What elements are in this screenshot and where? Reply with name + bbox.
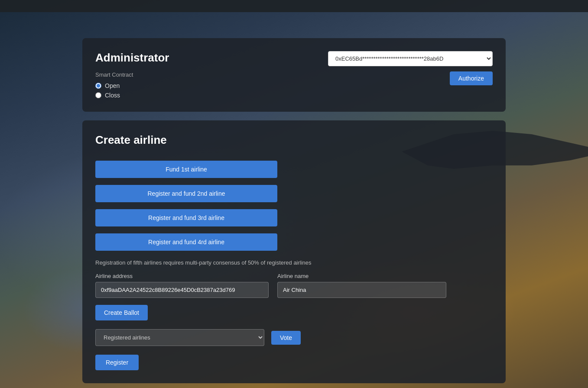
- admin-card: Administrator Smart Contract Open Closs …: [82, 38, 506, 112]
- create-ballot-button[interactable]: Create Ballot: [95, 305, 148, 320]
- name-label: Airline name: [277, 273, 446, 279]
- create-ballot-row: Create Ballot: [95, 305, 493, 320]
- authorize-button[interactable]: Authorize: [450, 71, 493, 85]
- airline-card: Create airline Fund 1st airline Register…: [82, 120, 506, 383]
- registered-airlines-select[interactable]: Registered airlines: [95, 329, 264, 346]
- admin-left: Administrator Smart Contract Open Closs: [95, 51, 169, 99]
- fund-3rd-button[interactable]: Register and fund 3rd airline: [95, 209, 277, 226]
- fund-1st-button[interactable]: Fund 1st airline: [95, 161, 277, 178]
- form-row: Airline address Airline name: [95, 273, 493, 298]
- radio-open[interactable]: Open: [95, 82, 169, 89]
- name-group: Airline name: [277, 273, 446, 298]
- admin-title: Administrator: [95, 51, 169, 65]
- address-group: Airline address: [95, 273, 269, 298]
- radio-open-input[interactable]: [95, 83, 101, 89]
- register-button[interactable]: Register: [95, 355, 139, 370]
- radio-close-label: Closs: [105, 92, 120, 99]
- bottom-row: Registered airlines Vote: [95, 329, 493, 346]
- radio-close[interactable]: Closs: [95, 92, 169, 99]
- main-content: Administrator Smart Contract Open Closs …: [0, 12, 588, 388]
- fund-2nd-button[interactable]: Register and fund 2nd airline: [95, 185, 277, 202]
- radio-open-label: Open: [105, 82, 120, 89]
- smart-contract-label: Smart Contract: [95, 71, 169, 78]
- admin-header: Administrator Smart Contract Open Closs …: [95, 51, 493, 99]
- vote-button[interactable]: Vote: [271, 331, 301, 345]
- fund-4th-button[interactable]: Register and fund 4rd airline: [95, 233, 277, 251]
- register-row: Register: [95, 353, 493, 370]
- radio-close-input[interactable]: [95, 92, 101, 98]
- topbar: [0, 0, 588, 12]
- admin-right: 0xEC65Bd****************************28ab…: [328, 51, 493, 85]
- address-input[interactable]: [95, 282, 269, 298]
- radio-group: Open Closs: [95, 82, 169, 99]
- contract-select[interactable]: 0xEC65Bd****************************28ab…: [328, 51, 493, 66]
- airline-card-title: Create airline: [95, 133, 493, 147]
- address-label: Airline address: [95, 273, 269, 279]
- airline-name-input[interactable]: [277, 282, 446, 298]
- consensus-text: Registration of fifth airlines requires …: [95, 259, 493, 266]
